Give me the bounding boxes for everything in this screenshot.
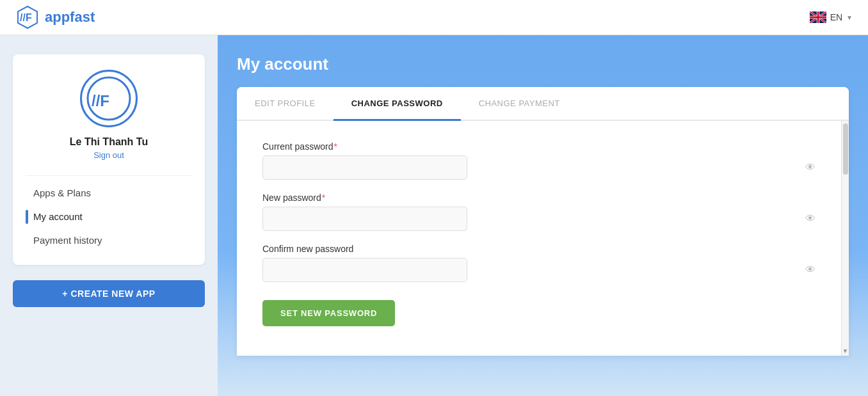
confirm-password-group: Confirm new password 👁 — [262, 244, 823, 282]
confirm-password-eye-icon[interactable]: 👁 — [805, 264, 816, 276]
logo-icon: //F — [15, 5, 40, 29]
logo-area: //F appfast — [15, 5, 95, 29]
profile-card: //F Le Thi Thanh Tu Sign out Apps & Plan… — [13, 54, 205, 265]
current-password-label: Current password* — [262, 141, 823, 152]
new-password-group: New password* 👁 — [262, 193, 823, 231]
sidebar-item-my-account[interactable]: My account — [26, 205, 192, 228]
user-name: Le Thi Thanh Tu — [70, 136, 148, 148]
sidebar-item-payment-history[interactable]: Payment history — [26, 228, 192, 252]
page-title: My account — [237, 54, 849, 74]
tab-edit-profile[interactable]: EDIT PROFILE — [237, 87, 334, 120]
header: //F appfast EN ▼ — [0, 0, 868, 35]
current-password-group: Current password* 👁 — [262, 141, 823, 180]
sign-out-link[interactable]: Sign out — [93, 150, 124, 160]
lang-chevron-icon: ▼ — [846, 14, 853, 21]
current-password-input[interactable] — [262, 155, 467, 180]
main-content: My account EDIT PROFILE CHANGE PASSWORD … — [218, 35, 868, 396]
current-password-wrapper: 👁 — [262, 155, 823, 180]
svg-text://F: //F — [20, 12, 32, 23]
tab-change-payment[interactable]: CHANGE PAYMENT — [461, 87, 578, 120]
set-password-button[interactable]: SET NEW PASSWORD — [262, 300, 395, 326]
scroll-thumb[interactable] — [843, 123, 848, 175]
new-password-label: New password* — [262, 193, 823, 203]
new-password-eye-icon[interactable]: 👁 — [805, 213, 816, 225]
sidebar: //F Le Thi Thanh Tu Sign out Apps & Plan… — [0, 35, 218, 396]
avatar: //F — [80, 70, 138, 127]
scrollbar[interactable]: ▼ — [841, 121, 849, 356]
avatar-logo: //F — [86, 76, 131, 121]
sidebar-item-apps-plans[interactable]: Apps & Plans — [26, 181, 192, 205]
content-card: EDIT PROFILE CHANGE PASSWORD CHANGE PAYM… — [237, 87, 849, 356]
create-new-app-button[interactable]: + CREATE NEW APP — [13, 280, 205, 307]
flag-icon — [810, 12, 826, 23]
nav-divider — [26, 175, 192, 176]
confirm-password-wrapper: 👁 — [262, 258, 823, 282]
logo-text: appfast — [45, 9, 95, 26]
new-password-wrapper: 👁 — [262, 207, 823, 231]
scroll-down-arrow-icon[interactable]: ▼ — [842, 348, 849, 354]
lang-label: EN — [830, 12, 842, 22]
new-password-input[interactable] — [262, 207, 467, 231]
current-password-eye-icon[interactable]: 👁 — [805, 162, 816, 173]
language-selector[interactable]: EN ▼ — [810, 12, 853, 23]
tab-change-password[interactable]: CHANGE PASSWORD — [334, 87, 461, 120]
main-wrapper: //F Le Thi Thanh Tu Sign out Apps & Plan… — [0, 35, 868, 396]
tabs-bar: EDIT PROFILE CHANGE PASSWORD CHANGE PAYM… — [237, 87, 849, 121]
confirm-password-label: Confirm new password — [262, 244, 823, 254]
svg-text://F: //F — [92, 92, 109, 109]
confirm-password-input[interactable] — [262, 258, 467, 282]
form-area: Current password* 👁 New password* 👁 — [237, 121, 849, 356]
